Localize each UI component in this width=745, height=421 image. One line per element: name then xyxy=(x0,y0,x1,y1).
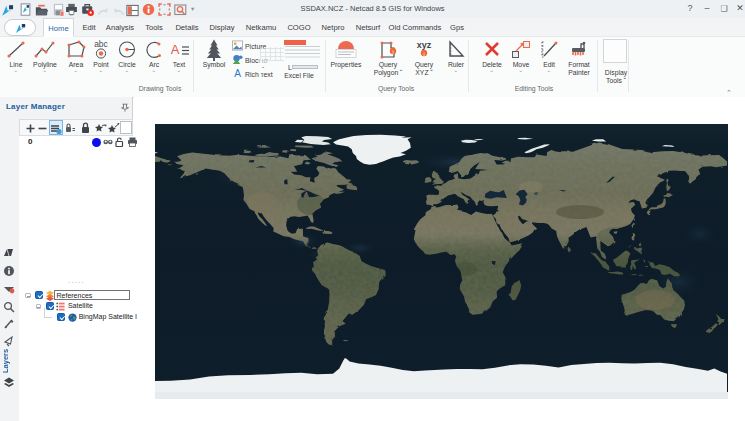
svg-text:A: A xyxy=(234,68,241,79)
svg-text:i: i xyxy=(392,49,393,55)
svg-text:A: A xyxy=(171,42,180,57)
svg-text:i: i xyxy=(423,51,424,57)
svg-text:abc: abc xyxy=(94,39,108,49)
svg-text:xyz: xyz xyxy=(417,40,432,50)
